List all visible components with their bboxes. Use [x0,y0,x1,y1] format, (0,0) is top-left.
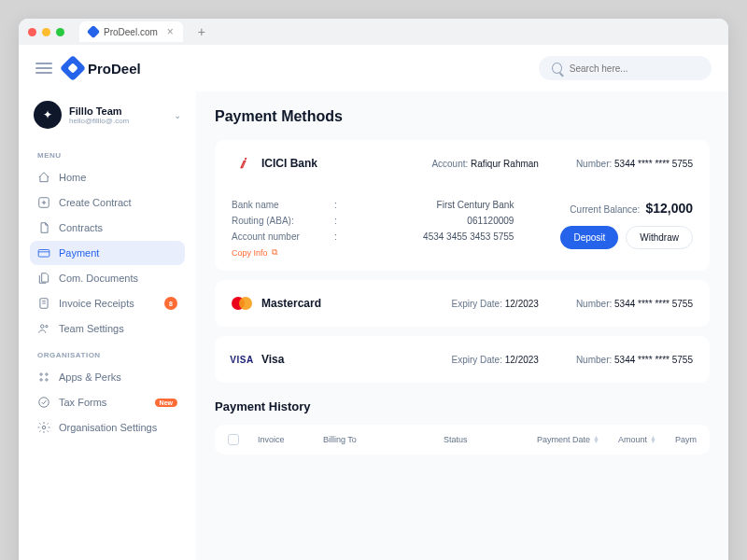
bank-name: ICICI Bank [261,157,345,170]
expiry-date: Expiry Date: 12/2023 [451,355,538,365]
svg-point-4 [46,326,48,328]
tab-title: ProDeel.com [104,27,158,37]
svg-point-9 [39,398,49,408]
menu-toggle-icon[interactable] [35,63,52,74]
copy-info-button[interactable]: Copy Info ⧉ [232,247,532,258]
copy-icon: ⧉ [272,247,277,258]
table-header: Invoice Billing To Status Payment Date▲▼… [215,425,710,455]
search-input[interactable] [570,63,698,74]
search-icon [552,63,562,74]
receipt-icon [37,297,50,310]
document-icon [37,221,50,234]
balance-label: Current Balance: [570,204,640,215]
app-header: ProDeel [19,45,728,91]
team-info: Filllo Team hello@filllo@.com [69,105,166,125]
team-email: hello@filllo@.com [69,117,166,125]
tab-close-icon[interactable]: × [167,25,174,38]
nav-create-contract[interactable]: Create Contract [30,190,185,215]
nav-home[interactable]: Home [30,165,185,189]
page-title: Payment Methods [215,108,710,125]
invoice-count-badge: 8 [164,297,177,310]
svg-point-3 [41,325,45,329]
new-tab-button[interactable]: + [198,24,205,39]
card-icon [37,246,50,259]
logo-icon [60,55,86,81]
card-name: Visa [261,353,345,366]
users-icon [37,322,50,335]
nav-com-documents[interactable]: Com. Documents [30,266,185,290]
th-payment-date[interactable]: Payment Date▲▼ [537,435,599,444]
visa-logo-icon: VISA [232,349,252,370]
th-status[interactable]: Status [444,435,518,444]
grid-icon [37,371,50,384]
sort-icon: ▲▼ [650,436,656,443]
nav-team-settings[interactable]: Team Settings [30,316,185,341]
select-all-checkbox[interactable] [228,434,239,445]
nav-apps-perks[interactable]: Apps & Perks [30,365,185,389]
th-billing[interactable]: Billing To [323,435,388,444]
expiry-date: Expiry Date: 12/2023 [451,299,538,309]
app-logo[interactable]: ProDeel [63,59,141,77]
svg-rect-1 [38,250,49,258]
new-badge: New [155,399,177,407]
icici-logo-icon: ⅈ [232,153,252,174]
nav-invoice-receipts[interactable]: Invoice Receipts8 [30,291,185,315]
th-amount[interactable]: Amount▲▼ [618,435,656,444]
withdraw-button[interactable]: Withdraw [626,226,693,249]
payment-method-icici: ⅈ ICICI Bank Account: Rafiqur Rahman Num… [215,140,710,271]
card-number: Number: 5344 **** **** 5755 [576,159,693,169]
card-number: Number: 5344 **** **** 5755 [576,299,693,309]
mastercard-logo-icon [232,293,252,314]
account-holder: Account: Rafiqur Rahman [431,159,539,169]
window-maximize-icon[interactable] [56,28,64,36]
check-circle-icon [37,396,50,409]
chevron-down-icon: ⌄ [174,110,181,120]
nav-org-settings[interactable]: Organisation Settings [30,415,185,440]
team-switcher[interactable]: ✦ Filllo Team hello@filllo@.com ⌄ [30,95,185,142]
svg-point-7 [40,379,42,381]
search-box[interactable] [539,56,712,80]
home-icon [37,171,50,184]
window-close-icon[interactable] [28,28,36,36]
gear-icon [37,421,50,434]
app-window: ProDeel.com × + ProDeel ✦ Filllo Team he… [19,19,728,560]
th-invoice[interactable]: Invoice [258,435,304,444]
sort-icon: ▲▼ [593,436,599,443]
titlebar: ProDeel.com × + [19,19,728,45]
card-name: Mastercard [261,297,345,310]
th-payment[interactable]: Paym [675,435,697,444]
bank-details: Bank name:First Century Bank Routing (AB… [232,187,693,258]
svg-point-5 [40,373,42,375]
menu-section-label: MENU [30,142,185,165]
history-title: Payment History [215,399,710,413]
sidebar: ✦ Filllo Team hello@filllo@.com ⌄ MENU H… [19,91,196,560]
plus-square-icon [37,196,50,209]
browser-tab[interactable]: ProDeel.com × [79,21,183,42]
team-name: Filllo Team [69,105,166,117]
nav-contracts[interactable]: Contracts [30,216,185,240]
tab-favicon-icon [87,25,100,38]
svg-point-10 [42,426,46,429]
nav-payment[interactable]: Payment [30,241,185,265]
org-section-label: ORGANISATION [30,342,185,365]
main-content: Payment Methods ⅈ ICICI Bank Account: Ra… [196,91,728,560]
app-name: ProDeel [88,61,141,77]
window-minimize-icon[interactable] [42,28,50,36]
svg-point-8 [46,379,48,381]
payment-method-visa: VISA Visa Expiry Date: 12/2023 Number: 5… [215,336,710,383]
svg-point-6 [46,373,48,375]
payment-method-mastercard: Mastercard Expiry Date: 12/2023 Number: … [215,280,710,327]
app-body: ✦ Filllo Team hello@filllo@.com ⌄ MENU H… [19,91,728,560]
deposit-button[interactable]: Deposit [560,226,618,249]
card-number: Number: 5344 **** **** 5755 [576,355,693,365]
avatar: ✦ [34,101,62,129]
balance-value: $12,000 [645,201,693,216]
card-header: ⅈ ICICI Bank Account: Rafiqur Rahman Num… [232,153,693,174]
files-icon [37,272,50,285]
nav-tax-forms[interactable]: Tax FormsNew [30,390,185,414]
